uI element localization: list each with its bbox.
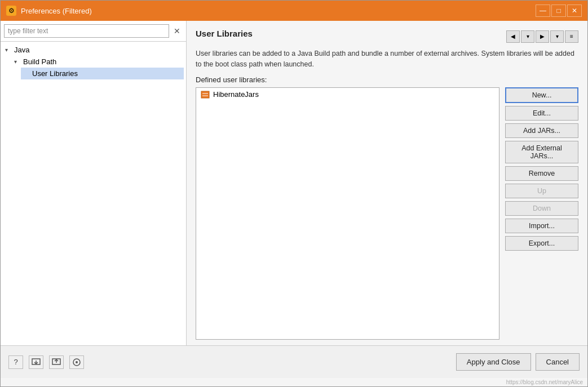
lib-icon: [201, 90, 210, 99]
help-button[interactable]: ?: [8, 355, 23, 369]
library-area: HibernateJars New... Edit... Add JARs...…: [196, 87, 578, 340]
build-path-children: User Libraries: [21, 68, 184, 79]
search-input[interactable]: [4, 24, 169, 38]
search-bar: ✕: [1, 21, 186, 42]
cancel-button[interactable]: Cancel: [536, 353, 580, 371]
minimize-button[interactable]: —: [536, 5, 550, 17]
export-workspace-button[interactable]: [49, 355, 64, 369]
remove-button[interactable]: Remove: [505, 166, 578, 181]
add-external-jars-button[interactable]: Add External JARs...: [505, 141, 578, 163]
add-jars-button[interactable]: Add JARs...: [505, 123, 578, 138]
new-button[interactable]: New...: [505, 87, 578, 103]
main-content: ✕ ▾ Java ▾ Build Path: [1, 21, 587, 345]
back-button[interactable]: ◀: [506, 30, 520, 43]
panel-description: User libraries can be added to a Java Bu…: [196, 48, 578, 70]
forward-dropdown-button[interactable]: ▾: [550, 30, 564, 43]
library-item-hibernate[interactable]: HibernateJars: [196, 88, 499, 101]
svg-rect-1: [202, 93, 208, 94]
sidebar-item-java[interactable]: ▾ Java: [3, 44, 184, 56]
side-buttons: New... Edit... Add JARs... Add External …: [505, 87, 578, 340]
window-title: Preferences (Filtered): [21, 7, 92, 15]
sidebar-item-build-path[interactable]: ▾ Build Path: [12, 56, 184, 68]
build-path-arrow: ▾: [14, 59, 21, 65]
forward-button[interactable]: ▶: [536, 30, 549, 43]
preferences-icon: ⚙: [6, 6, 16, 16]
maximize-button[interactable]: □: [551, 5, 566, 17]
right-panel: User Libraries ◀ ▾ ▶ ▾ ≡ User libraries …: [187, 21, 587, 345]
menu-button[interactable]: ≡: [565, 30, 578, 43]
bottom-bar: ?: [1, 345, 587, 378]
export-button[interactable]: Export...: [505, 236, 578, 251]
restore-defaults-button[interactable]: [69, 355, 84, 369]
apply-close-button[interactable]: Apply and Close: [456, 353, 531, 371]
bottom-right: Apply and Close Cancel: [456, 353, 580, 371]
tree-area: ▾ Java ▾ Build Path User Libraries: [1, 42, 186, 345]
back-dropdown-button[interactable]: ▾: [521, 30, 534, 43]
library-name: HibernateJars: [213, 90, 259, 99]
close-button[interactable]: ✕: [567, 5, 582, 17]
up-button[interactable]: Up: [505, 184, 578, 198]
svg-rect-0: [201, 91, 209, 98]
watermark: https://blog.csdn.net/maryAlice: [1, 378, 587, 386]
title-bar-left: ⚙ Preferences (Filtered): [6, 6, 92, 16]
java-arrow: ▾: [5, 47, 12, 53]
java-children: ▾ Build Path User Libraries: [12, 56, 184, 79]
bottom-left: ?: [8, 355, 84, 369]
search-clear-button[interactable]: ✕: [171, 25, 183, 37]
user-libraries-arrow: [23, 70, 30, 77]
title-bar-buttons: — □ ✕: [536, 5, 582, 17]
down-button[interactable]: Down: [505, 201, 578, 216]
svg-point-8: [76, 361, 78, 363]
panel-title: User Libraries: [196, 29, 253, 38]
user-libraries-label: User Libraries: [32, 69, 78, 78]
sidebar: ✕ ▾ Java ▾ Build Path: [1, 21, 187, 345]
library-list[interactable]: HibernateJars: [196, 87, 499, 340]
build-path-label: Build Path: [23, 57, 56, 66]
sidebar-item-user-libraries[interactable]: User Libraries: [21, 68, 184, 79]
java-label: Java: [14, 46, 29, 54]
edit-button[interactable]: Edit...: [505, 106, 578, 121]
title-bar: ⚙ Preferences (Filtered) — □ ✕: [1, 1, 587, 21]
import-workspace-button[interactable]: [29, 355, 43, 369]
svg-rect-2: [202, 95, 208, 96]
preferences-window: ⚙ Preferences (Filtered) — □ ✕ ✕ ▾ Java: [0, 0, 588, 387]
import-button[interactable]: Import...: [505, 219, 578, 233]
defined-label: Defined user libraries:: [196, 75, 578, 84]
